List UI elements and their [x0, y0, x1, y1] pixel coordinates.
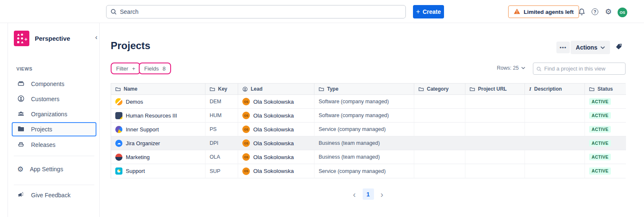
next-page-icon[interactable]: › [381, 190, 384, 199]
column-header-status[interactable]: Status [585, 84, 626, 95]
app-name: Perspective [35, 35, 70, 42]
folder-icon [589, 86, 595, 92]
cell-description [525, 150, 585, 164]
previous-page-icon[interactable]: ‹ [353, 190, 356, 199]
column-header-key[interactable]: Key [205, 84, 238, 95]
ship-icon [17, 141, 25, 149]
app-logo-row: + Perspective [14, 30, 94, 46]
limited-agents-button[interactable]: Limited agents left [508, 5, 579, 18]
sidebar-item-customers[interactable]: Customers [12, 92, 96, 106]
cell-status: ACTIVE [585, 109, 626, 123]
create-button[interactable]: + Create [413, 5, 444, 18]
organizations-icon [17, 110, 25, 119]
views-section-label: VIEWS [16, 66, 32, 71]
column-header-category[interactable]: Category [414, 84, 465, 95]
sidebar-divider [14, 156, 94, 156]
person-icon [242, 86, 248, 92]
rows-per-page-select[interactable]: Rows: 25 [497, 65, 525, 71]
cell-name[interactable]: Support [111, 164, 205, 178]
cell-lead: OS Ola Sokolowska [238, 150, 314, 164]
cell-name[interactable]: Inner Support [111, 123, 205, 136]
cell-status: ACTIVE [585, 123, 626, 136]
lead-avatar: OS [242, 112, 250, 119]
sidebar-item-app-settings[interactable]: ⚙ App Settings [12, 162, 96, 176]
cell-project-url [465, 136, 525, 150]
settings-gear-icon[interactable]: ⚙ [604, 7, 613, 16]
cell-type: Software (company managed) [314, 95, 414, 109]
find-project-input[interactable] [533, 63, 626, 75]
sidebar-item-organizations[interactable]: Organizations [12, 107, 96, 121]
lead-avatar: OS [242, 98, 250, 105]
perspective-logo-icon: + [14, 31, 29, 46]
lead-avatar: OS [242, 125, 250, 133]
sidebar-item-label: Give Feedback [31, 192, 70, 199]
sidebar-item-label: Releases [31, 141, 55, 148]
projects-table: Name Key Lead Type Category Project URL … [111, 83, 626, 178]
sidebar-item-components[interactable]: Components [12, 77, 96, 91]
lead-avatar: OS [242, 167, 250, 175]
actions-button[interactable]: Actions [571, 41, 610, 54]
cell-category [414, 109, 465, 123]
project-icon: ☁ [115, 140, 122, 147]
folder-icon [115, 86, 121, 92]
fields-count: 8 [163, 65, 166, 72]
cell-key: SUP [205, 164, 238, 178]
help-icon[interactable]: ? [590, 7, 600, 16]
folder-icon [319, 86, 324, 92]
fields-pill-button[interactable]: Fields 8 [139, 63, 171, 74]
cell-name[interactable]: ☁ Jira Organizer [111, 136, 205, 150]
cell-type: Business (team managed) [314, 136, 414, 150]
column-header-project-url[interactable]: Project URL [465, 84, 525, 95]
notifications-bell-icon[interactable] [577, 7, 586, 16]
cell-name[interactable]: Demos [111, 95, 205, 109]
status-badge: ACTIVE [589, 167, 611, 175]
cell-lead: OS Ola Sokolowska [238, 109, 314, 123]
search-icon [536, 66, 542, 73]
status-badge: ACTIVE [589, 154, 611, 161]
cell-category [414, 150, 465, 164]
plus-icon: + [132, 65, 135, 72]
cell-project-url [465, 109, 525, 123]
cell-key: HUM [205, 109, 238, 123]
column-header-lead[interactable]: Lead [238, 84, 314, 95]
sidebar-item-releases[interactable]: Releases [12, 138, 96, 152]
user-avatar[interactable]: OS [618, 8, 627, 17]
cell-project-url [465, 95, 525, 109]
cell-category [414, 136, 465, 150]
global-search-input[interactable] [106, 5, 406, 18]
column-header-type[interactable]: Type [314, 84, 414, 95]
column-header-name[interactable]: Name [111, 84, 205, 95]
sidebar: + Perspective ‹ VIEWS Components Custome… [8, 23, 100, 217]
folder-icon [470, 86, 475, 92]
create-button-label: Create [423, 8, 441, 15]
fields-label: Fields [144, 65, 159, 72]
sidebar-collapse-icon[interactable]: ‹ [95, 34, 97, 41]
cell-name[interactable]: Marketing [111, 150, 205, 164]
cell-category [414, 164, 465, 178]
cell-lead: OS Ola Sokolowska [238, 136, 314, 150]
filter-pill-button[interactable]: Filter + [111, 63, 140, 74]
bookmark-tag-icon[interactable] [615, 42, 623, 52]
cell-name[interactable]: Human Resources III [111, 109, 205, 123]
project-icon [115, 126, 122, 133]
page-number[interactable]: 1 [363, 188, 374, 200]
sidebar-item-label: Projects [31, 126, 52, 133]
cell-description [525, 136, 585, 150]
more-options-button[interactable]: ••• [556, 42, 570, 53]
sidebar-item-give-feedback[interactable]: Give Feedback [12, 188, 96, 202]
cell-type: Software (company managed) [314, 109, 414, 123]
sidebar-item-projects[interactable]: Projects [12, 122, 96, 136]
megaphone-icon [17, 191, 25, 200]
rows-per-page-label: Rows: 25 [497, 65, 519, 71]
text-icon: I [529, 86, 531, 92]
cell-description [525, 95, 585, 109]
cell-description [525, 109, 585, 123]
column-header-description[interactable]: I Description [525, 84, 585, 95]
project-icon [115, 112, 122, 119]
lead-avatar: OS [242, 139, 250, 147]
filter-label: Filter [116, 65, 128, 72]
cell-category [414, 95, 465, 109]
pagination: ‹ 1 › [111, 188, 626, 200]
cell-lead: OS Ola Sokolowska [238, 95, 314, 109]
sidebar-item-label: Components [31, 81, 64, 87]
